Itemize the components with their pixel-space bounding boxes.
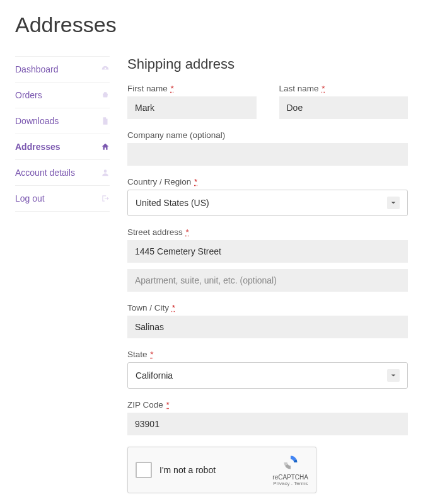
zip-input[interactable] <box>127 413 408 435</box>
recaptcha-label: I'm not a robot <box>159 465 272 475</box>
state-label: State * <box>127 350 408 359</box>
recaptcha-icon <box>272 454 308 472</box>
recaptcha-widget: I'm not a robot reCAPTCHA Privacy - Term… <box>127 447 316 493</box>
sidebar-item-downloads[interactable]: Downloads <box>15 108 110 134</box>
sidebar-item-label: Log out <box>15 193 45 203</box>
file-icon <box>101 117 110 125</box>
recaptcha-brand: reCAPTCHA Privacy - Terms <box>272 454 308 486</box>
sidebar-item-label: Orders <box>15 90 42 100</box>
country-label: Country / Region * <box>127 177 408 186</box>
caret-down-icon <box>387 369 400 382</box>
zip-label: ZIP Code * <box>127 400 408 410</box>
country-select[interactable]: United States (US) <box>127 190 408 216</box>
street-label: Street address * <box>127 227 408 237</box>
sidebar-item-label: Addresses <box>15 142 61 152</box>
state-value: California <box>136 370 173 381</box>
sidebar-item-label: Dashboard <box>15 64 59 74</box>
first-name-label: First name * <box>127 84 257 93</box>
company-input[interactable] <box>127 143 408 166</box>
sidebar-item-orders[interactable]: Orders <box>15 83 110 108</box>
street1-input[interactable] <box>127 240 408 263</box>
first-name-input[interactable] <box>127 96 257 119</box>
sidebar-item-addresses[interactable]: Addresses <box>15 134 110 160</box>
last-name-input[interactable] <box>279 96 409 119</box>
company-label: Company name (optional) <box>127 130 408 140</box>
country-value: United States (US) <box>136 198 209 208</box>
sidebar-item-label: Account details <box>15 168 75 178</box>
sidebar-item-logout[interactable]: Log out <box>15 186 110 212</box>
home-icon <box>101 142 110 151</box>
basket-icon <box>101 91 110 100</box>
caret-down-icon <box>387 197 400 209</box>
sidebar-item-account-details[interactable]: Account details <box>15 160 110 186</box>
sidebar-item-label: Downloads <box>15 116 59 126</box>
sidebar-item-dashboard[interactable]: Dashboard <box>15 56 110 83</box>
section-title: Shipping address <box>127 56 408 72</box>
account-sidebar: Dashboard Orders Downloads Addresses <box>15 56 110 504</box>
user-icon <box>101 168 110 177</box>
gauge-icon <box>101 65 110 74</box>
city-label: Town / City * <box>127 303 408 312</box>
signout-icon <box>101 194 110 203</box>
city-input[interactable] <box>127 316 408 338</box>
last-name-label: Last name * <box>279 84 409 93</box>
recaptcha-checkbox[interactable] <box>136 462 152 478</box>
street2-input[interactable] <box>127 269 408 292</box>
page-title: Addresses <box>15 13 408 37</box>
shipping-address-form: Shipping address First name * Last name … <box>110 56 408 504</box>
state-select[interactable]: California <box>127 362 408 389</box>
